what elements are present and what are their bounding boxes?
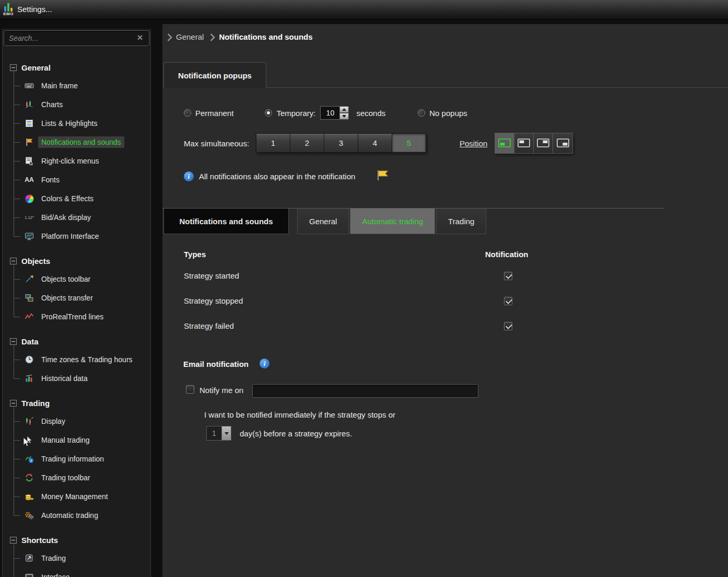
sidebar-item-label: Charts <box>38 99 66 110</box>
sidebar-item-label: Money Management <box>38 491 111 502</box>
temporary-radio[interactable] <box>265 109 272 117</box>
sidebar-item-fonts[interactable]: AA Fonts <box>3 170 150 189</box>
sidebar-item-historical-data[interactable]: Historical data <box>3 369 150 388</box>
tab-automatic-trading[interactable]: Automatic trading <box>350 209 435 234</box>
days-value: 1 <box>206 426 222 441</box>
sidebar-item-notifications-and-sounds[interactable]: Notifications and sounds <box>3 133 150 152</box>
sidebar-item-prorealtrend-lines[interactable]: ProRealTrend lines <box>3 307 150 326</box>
popup-mode-options: Permanent Temporary: seconds No popups <box>184 105 467 121</box>
sidebar-group-header-shortcuts[interactable]: Shortcuts <box>3 531 150 549</box>
sidebar-item-objects-transfer[interactable]: Objects transfer <box>3 288 150 307</box>
sidebar-item-label: Fonts <box>38 174 63 186</box>
sidebar-item-lists-highlights[interactable]: Lists & Highlights <box>3 114 150 133</box>
email-notification-title: Email notification <box>183 360 249 368</box>
strategy-stopped-label: Strategy stopped <box>184 296 243 305</box>
seconds-input[interactable] <box>320 106 340 120</box>
notification-info-row: i All notifications also appear in the n… <box>184 169 390 183</box>
days-select[interactable]: 1 <box>206 426 231 441</box>
no-popups-radio[interactable] <box>418 109 425 117</box>
settings-window: EMO Settings... × General Main frame <box>0 0 728 577</box>
seconds-spinner <box>320 106 349 120</box>
spinner-down-button[interactable] <box>340 113 349 120</box>
bid-ask-icon: 1.12⁰ <box>24 212 35 223</box>
sidebar-item-money-management[interactable]: Money Management <box>3 487 150 506</box>
settings-main-panel: General Notifications and sounds Notific… <box>162 24 728 577</box>
sidebar-item-objects-toolbar[interactable]: Objects toolbar <box>3 270 150 288</box>
strategy-failed-checkbox[interactable] <box>504 322 512 330</box>
title-bar: EMO Settings... <box>0 0 728 20</box>
max-2-button[interactable]: 2 <box>290 133 324 153</box>
strategy-stopped-checkbox[interactable] <box>504 297 512 305</box>
sidebar-group-objects: Objects Objects toolbar Objects transfer <box>3 252 150 326</box>
lists-icon <box>24 118 35 129</box>
group-label: General <box>21 63 51 72</box>
historical-data-icon <box>24 373 35 384</box>
sidebar-item-platform-interface[interactable]: Platform Interface <box>3 227 150 246</box>
sidebar-item-bid-ask-display[interactable]: 1.12⁰ Bid/Ask display <box>3 208 150 227</box>
monitor-top-left-icon[interactable] <box>514 133 534 153</box>
objects-toolbar-icon <box>24 274 35 284</box>
collapse-icon[interactable] <box>10 64 17 71</box>
tab-general[interactable]: General <box>297 209 349 234</box>
sidebar-item-label: Platform Interface <box>38 230 102 242</box>
sidebar-item-right-click-menus[interactable]: Right-click menus <box>3 152 150 170</box>
max-simultaneous-label: Max simultaneous: <box>184 134 249 154</box>
chevron-down-icon[interactable] <box>222 426 231 441</box>
collapse-icon[interactable] <box>10 258 17 264</box>
email-input[interactable] <box>252 384 478 398</box>
types-column-header: Types <box>184 250 206 259</box>
max-1-button[interactable]: 1 <box>256 133 290 153</box>
money-icon <box>24 491 35 502</box>
sidebar-item-label: Trading information <box>38 453 107 465</box>
sidebar-item-label: Colors & Effects <box>38 193 97 204</box>
sidebar-item-label: Historical data <box>38 373 91 384</box>
breadcrumb-general[interactable]: General <box>176 32 204 41</box>
permanent-label: Permanent <box>195 109 233 118</box>
sidebar-group-header-general[interactable]: General <box>3 59 150 76</box>
breadcrumb: General Notifications and sounds <box>166 32 313 41</box>
sidebar-item-shortcuts-interface[interactable]: Interface <box>3 568 150 577</box>
clear-search-icon[interactable]: × <box>135 33 145 42</box>
mouse-cursor <box>23 437 31 449</box>
fonts-icon: AA <box>24 175 35 185</box>
tab-trading[interactable]: Trading <box>436 209 486 234</box>
notify-me-checkbox[interactable] <box>186 385 194 394</box>
monitor-top-right-icon[interactable] <box>534 133 553 153</box>
notification-flag-icon <box>24 137 35 147</box>
sidebar-item-charts[interactable]: Charts <box>3 95 150 114</box>
spinner-up-button[interactable] <box>340 106 349 113</box>
info-icon: i <box>184 171 194 181</box>
gears-icon <box>24 510 35 521</box>
strategy-started-checkbox[interactable] <box>504 272 512 280</box>
section-tabs: Notifications and sounds General Automat… <box>163 209 486 234</box>
sidebar-item-shortcuts-trading[interactable]: Trading <box>3 549 150 568</box>
sidebar-item-display[interactable]: Display <box>3 412 150 431</box>
sidebar-item-trading-information[interactable]: i Trading information <box>3 449 150 468</box>
position-buttons <box>495 133 573 154</box>
monitor-bottom-left-icon[interactable] <box>495 133 514 153</box>
permanent-radio[interactable] <box>184 109 191 117</box>
collapse-icon[interactable] <box>10 537 17 544</box>
display-icon <box>24 416 35 426</box>
sidebar-item-label: Bid/Ask display <box>38 212 94 223</box>
sidebar-item-trading-toolbar[interactable]: Trading toolbar <box>3 468 150 487</box>
max-5-button[interactable]: 5 <box>392 133 426 153</box>
sidebar-group-header-objects[interactable]: Objects <box>3 252 150 270</box>
sidebar-item-time-zones[interactable]: Time zones & Trading hours <box>3 350 150 369</box>
monitor-bottom-right-icon[interactable] <box>553 133 572 153</box>
collapse-icon[interactable] <box>10 400 17 407</box>
sidebar-item-main-frame[interactable]: Main frame <box>3 76 150 95</box>
sidebar-group-header-data[interactable]: Data <box>3 332 150 350</box>
sidebar-item-label: Time zones & Trading hours <box>38 354 136 365</box>
max-4-button[interactable]: 4 <box>358 133 392 153</box>
search-input[interactable] <box>4 30 149 46</box>
tab-notification-popups[interactable]: Notification popups <box>163 62 266 88</box>
sidebar-item-colors-effects[interactable]: Colors & Effects <box>3 189 150 208</box>
notification-area-flag-icon <box>376 169 390 183</box>
max-3-button[interactable]: 3 <box>324 133 358 153</box>
sidebar-group-header-trading[interactable]: Trading <box>3 394 150 412</box>
notification-column-header: Notification <box>485 250 529 259</box>
collapse-icon[interactable] <box>10 338 17 345</box>
sidebar-item-automatic-trading[interactable]: Automatic trading <box>3 506 150 525</box>
position-label[interactable]: Position <box>460 134 487 154</box>
